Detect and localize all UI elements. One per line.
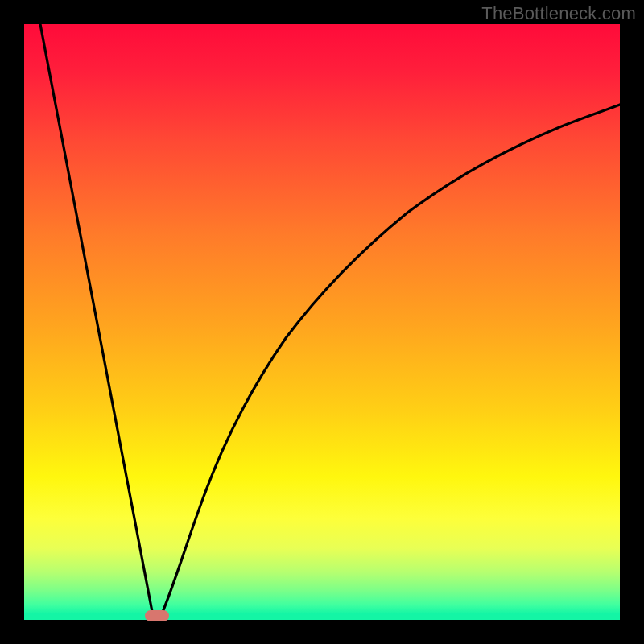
optimal-marker (145, 610, 169, 621)
watermark-text: TheBottleneck.com (481, 3, 636, 24)
bottleneck-curve (40, 24, 620, 616)
chart-frame: TheBottleneck.com (0, 0, 644, 644)
plot-area (24, 24, 620, 620)
curve-svg (24, 24, 620, 620)
